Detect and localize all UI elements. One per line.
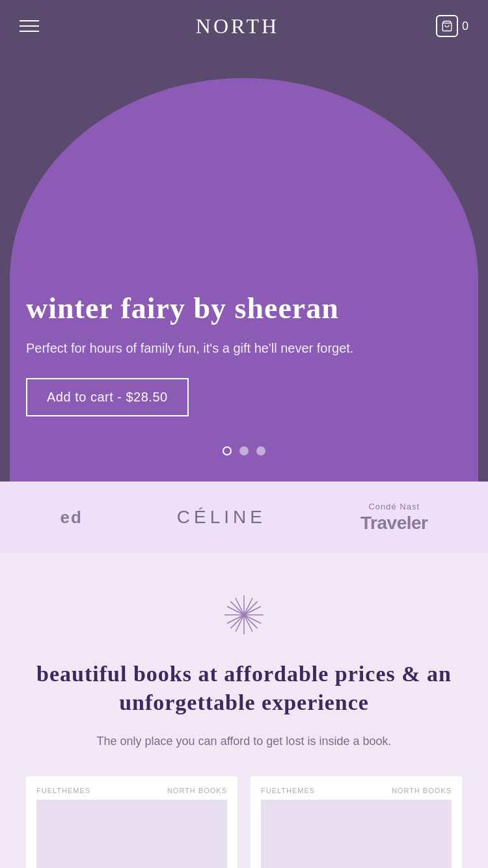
hero-section: Winter Fairy by Sheeran Perfect for hour… (0, 0, 488, 481)
features-title: Beautiful Books at Affordable Prices & a… (26, 660, 462, 717)
books-row: FUELTHEMES NORTH BOOKS FUELTHEMES NORTH … (26, 776, 462, 868)
book-card-1-label-left: FUELTHEMES (36, 787, 90, 794)
add-to-cart-button[interactable]: Add to cart - $28.50 (26, 378, 189, 416)
hero-title: Winter Fairy by Sheeran (26, 292, 462, 326)
starburst-icon (221, 592, 267, 638)
book-card-2-label-right: NORTH BOOKS (392, 787, 452, 794)
brands-section: ed CÉLINE Condé Nast Traveler (0, 481, 488, 553)
dot-3[interactable] (256, 446, 265, 455)
book-card-1[interactable]: FUELTHEMES NORTH BOOKS (26, 776, 237, 868)
header: NORTH 0 (0, 0, 488, 52)
conde-nast-traveler: Traveler (360, 512, 427, 534)
dot-1[interactable] (223, 446, 232, 455)
brand-celine: CÉLINE (177, 507, 266, 528)
bag-icon (441, 20, 453, 32)
hamburger-menu[interactable] (20, 20, 39, 32)
hero-subtitle: Perfect for hours of family fun, it's a … (26, 339, 462, 357)
brand-wired: ed (61, 508, 83, 528)
cart-button[interactable]: 0 (436, 15, 468, 37)
book-card-2[interactable]: FUELTHEMES NORTH BOOKS (251, 776, 462, 868)
hero-dots (223, 446, 265, 455)
book-card-2-label-left: FUELTHEMES (261, 787, 315, 794)
dot-2[interactable] (239, 446, 249, 455)
hero-content: Winter Fairy by Sheeran Perfect for hour… (0, 292, 488, 416)
site-logo: NORTH (196, 14, 279, 38)
brand-conde-nast: Condé Nast Traveler (360, 501, 427, 534)
features-section: Beautiful Books at Affordable Prices & a… (0, 553, 488, 868)
book-card-1-label-right: NORTH BOOKS (167, 787, 227, 794)
book-card-2-image (261, 800, 452, 868)
cart-count: 0 (462, 20, 468, 33)
hero-circle-bg (10, 78, 478, 481)
cart-icon (436, 15, 458, 37)
conde-nast-top: Condé Nast (368, 502, 420, 511)
features-subtitle: The only place you can afford to get los… (26, 733, 462, 750)
book-card-1-image (36, 800, 227, 868)
